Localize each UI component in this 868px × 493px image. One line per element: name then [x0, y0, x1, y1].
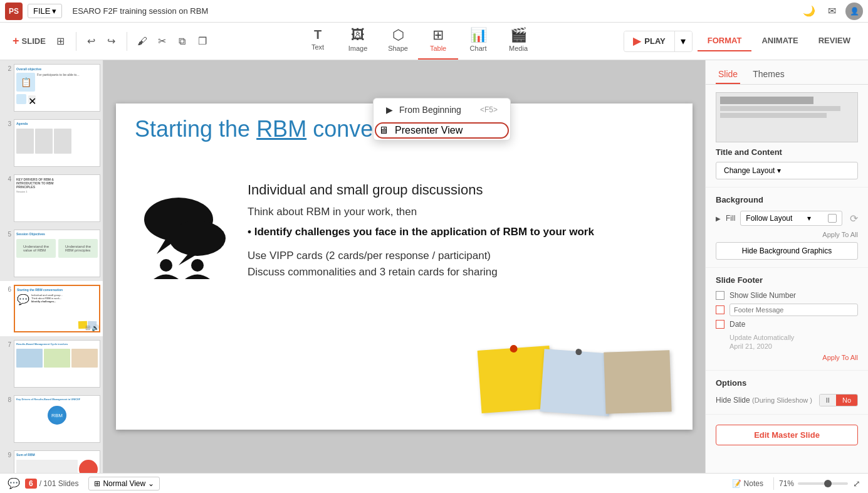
- slide-num-3: 3: [3, 120, 11, 127]
- slide-num-5: 5: [3, 231, 11, 238]
- insert-chart-tool[interactable]: 📊 Chart: [458, 23, 498, 60]
- date-auto-label: Update Automatically: [729, 334, 858, 341]
- toggle-option-ii[interactable]: II: [820, 395, 836, 406]
- slide-thumb-5[interactable]: 5 Session Objectives Understand thevalue…: [0, 226, 103, 281]
- media-tool-icon: 🎬: [510, 27, 527, 43]
- toolbar-separator: [76, 32, 76, 51]
- undo-button[interactable]: ↩: [81, 31, 102, 51]
- play-dropdown-button[interactable]: ▾: [674, 31, 692, 51]
- media-tool-label: Media: [509, 45, 528, 52]
- slide-action-icon-1[interactable]: ⊞: [85, 324, 90, 331]
- change-layout-button[interactable]: Change Layout ▾: [716, 162, 858, 179]
- footer-message-checkbox[interactable]: [716, 305, 724, 314]
- view-label: Normal View: [103, 479, 145, 488]
- options-title: Options: [716, 378, 858, 388]
- slide-text-area: Individual and small group discussions T…: [248, 182, 680, 278]
- insert-media-tool[interactable]: 🎬 Media: [498, 23, 538, 60]
- play-label: PLAY: [644, 36, 665, 46]
- fill-dropdown[interactable]: Follow Layout ▾: [740, 211, 842, 226]
- play-button[interactable]: ▶ PLAY: [624, 31, 674, 51]
- page-indicator: 6 / 101 Slides: [25, 479, 78, 489]
- insert-tools: T Text 🖼 Image ⬡ Shape ⊞ Table 📊 Chart 🎬…: [298, 23, 538, 60]
- body-text-1: Think about RBM in your work, then: [248, 206, 680, 218]
- hide-slide-label: Hide Slide (During Slideshow ): [716, 396, 814, 405]
- paste-icon[interactable]: ❐: [192, 31, 212, 51]
- play-triangle-icon: ▶: [633, 35, 641, 47]
- chat-icon[interactable]: 💬: [8, 477, 20, 489]
- layout-title-label: Title and Content: [716, 147, 858, 157]
- hide-background-graphics-button[interactable]: Hide Background Graphics: [716, 242, 858, 260]
- insert-image-tool[interactable]: 🖼 Image: [338, 23, 378, 60]
- moon-icon[interactable]: 🌙: [800, 3, 818, 20]
- user-avatar[interactable]: 👤: [845, 3, 863, 20]
- tab-format[interactable]: FORMAT: [698, 31, 752, 51]
- bottom-separator: [773, 477, 774, 490]
- date-checkbox[interactable]: [716, 320, 724, 329]
- top-bar: PS FILE ▾ ESARO F2F training session on …: [0, 0, 868, 23]
- cut-icon[interactable]: ✂: [152, 31, 172, 51]
- insert-table-tool[interactable]: ⊞ Table: [418, 23, 458, 60]
- layout-icon[interactable]: ⊞: [51, 31, 71, 51]
- table-tool-label: Table: [430, 45, 446, 52]
- apply-to-all-button[interactable]: Apply To All: [822, 354, 858, 361]
- slide-thumb-8[interactable]: 8 Key Drivers of Results-Based Managemen…: [0, 391, 103, 447]
- slide-thumb-2[interactable]: 2 Overall objective 📋 For participants t…: [0, 60, 103, 115]
- current-page-number[interactable]: 6: [25, 479, 37, 489]
- slide-thumb-6[interactable]: 6 Starting the RBM conversation 💬 Indivi…: [0, 281, 103, 336]
- slide-thumb-7[interactable]: 7 Results-Based Management Cycle involve…: [0, 336, 103, 391]
- notes-button[interactable]: 📝 Notes: [727, 477, 768, 490]
- notification-icon[interactable]: ✉: [823, 3, 840, 20]
- fill-reset-icon[interactable]: ⟳: [850, 213, 858, 225]
- hide-slide-row: Hide Slide (During Slideshow ) II No: [716, 394, 858, 406]
- right-panel: Slide Themes Title and Content Change La…: [705, 60, 868, 473]
- copy-icon[interactable]: ⧉: [172, 31, 192, 51]
- layout-content-bar-2: [720, 113, 827, 118]
- redo-button[interactable]: ↪: [102, 31, 122, 51]
- main-area: 2 Overall objective 📋 For participants t…: [0, 60, 868, 473]
- slide-num-6: 6: [3, 286, 11, 293]
- plus-icon: +: [13, 34, 19, 48]
- layout-preview-thumbnail: [716, 92, 858, 142]
- file-label: FILE: [33, 6, 50, 16]
- notes-icon: 📝: [732, 479, 741, 488]
- footer-message-row: [716, 304, 858, 316]
- footer-message-input[interactable]: [729, 304, 858, 316]
- add-slide-button[interactable]: + SLIDE: [8, 32, 51, 50]
- bullet-1: • Identify challenges you face in the ap…: [248, 225, 680, 240]
- toggle-option-no[interactable]: No: [836, 395, 857, 406]
- slide-thumb-4[interactable]: 4 KEY DRIVERS OF RBM &INTRODUCTION TO RB…: [0, 171, 103, 226]
- insert-shape-tool[interactable]: ⬡ Shape: [378, 23, 418, 60]
- zoom-slider[interactable]: [798, 482, 848, 485]
- slide-canvas: Starting the RBM conversation: [116, 103, 693, 430]
- slide-thumb-9[interactable]: 9 Sum of RBM: [0, 447, 103, 473]
- table-tool-icon: ⊞: [432, 27, 444, 43]
- layout-section: Title and Content Change Layout ▾: [706, 85, 868, 188]
- view-mode-button[interactable]: ⊞ Normal View ⌄: [88, 477, 160, 490]
- bottom-right-controls: 📝 Notes 71% ⤢: [727, 477, 860, 490]
- rp-tab-slide[interactable]: Slide: [716, 65, 740, 84]
- file-menu-button[interactable]: FILE ▾: [28, 4, 62, 18]
- rbm-heading: RBM: [256, 116, 306, 142]
- text-tool-icon: T: [314, 28, 322, 42]
- chart-tool-label: Chart: [470, 45, 487, 52]
- fit-to-window-icon[interactable]: ⤢: [853, 479, 860, 489]
- document-title: ESARO F2F training session on RBM: [72, 6, 795, 16]
- presenter-view-item[interactable]: 🖥 Presenter View: [375, 122, 509, 139]
- slide-action-icon-2[interactable]: 🔊: [92, 324, 99, 331]
- rp-tab-themes[interactable]: Themes: [750, 65, 787, 84]
- insert-text-tool[interactable]: T Text: [298, 23, 338, 60]
- format-paint-icon[interactable]: 🖌: [132, 31, 152, 51]
- presenter-view-label: Presenter View: [395, 125, 463, 136]
- slide-num-7: 7: [3, 341, 11, 348]
- layout-title-bar: [720, 97, 813, 104]
- zoom-pct-label: 71%: [779, 479, 794, 488]
- from-beginning-item[interactable]: ▶ From Beginning <F5>: [374, 98, 510, 121]
- tab-animate[interactable]: ANIMATE: [751, 31, 808, 51]
- show-slide-number-checkbox[interactable]: [716, 291, 724, 300]
- fill-expand-icon[interactable]: ▶: [716, 215, 721, 222]
- footer-section: Slide Footer Show Slide Number Date Upda…: [706, 268, 868, 371]
- tab-review[interactable]: REVIEW: [808, 31, 860, 51]
- sub-heading: Individual and small group discussions: [248, 182, 680, 198]
- edit-master-slide-button[interactable]: Edit Master Slide: [716, 425, 858, 445]
- slide-thumb-3[interactable]: 3 Agenda: [0, 115, 103, 171]
